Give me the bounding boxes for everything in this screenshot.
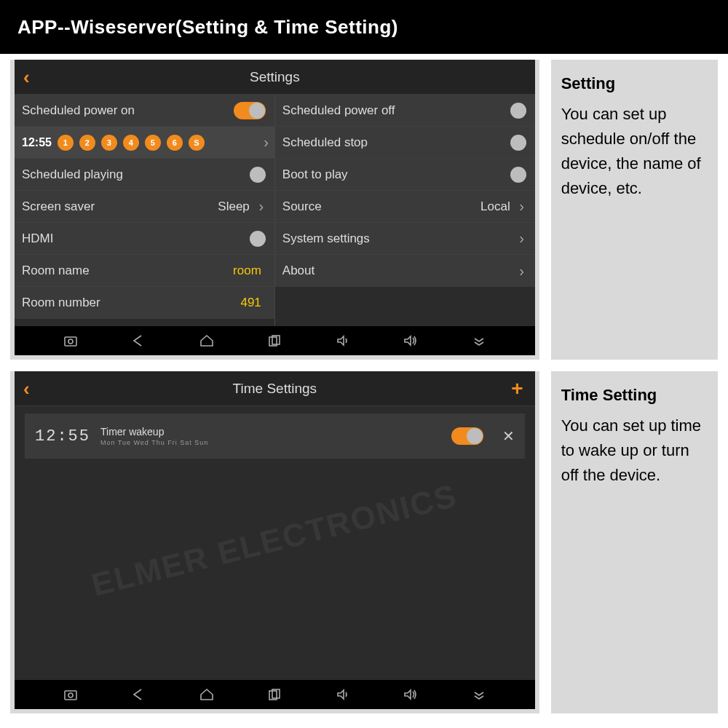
add-icon[interactable]: + — [511, 377, 523, 400]
collapse-icon[interactable] — [470, 332, 488, 349]
value-source: Local — [480, 199, 510, 214]
volume-down-icon[interactable] — [334, 332, 352, 349]
toggle-power-on[interactable] — [234, 102, 266, 119]
row-scheduled-playing[interactable]: Scheduled playing — [15, 159, 274, 191]
time-settings-title: Time Settings — [233, 381, 317, 397]
info-settings: Setting You can set up schedule on/off t… — [551, 60, 718, 360]
collapse-icon[interactable] — [470, 686, 488, 703]
label-source: Source — [282, 199, 480, 214]
home-icon[interactable] — [198, 332, 215, 349]
settings-header: ‹ Settings — [15, 60, 535, 95]
recents-icon[interactable] — [266, 686, 283, 703]
row-room-name[interactable]: Room name room — [15, 255, 274, 287]
day-badge: 4 — [123, 135, 139, 151]
toggle-timer[interactable] — [451, 427, 483, 445]
row-room-number[interactable]: Room number 491 — [15, 287, 274, 319]
timer-title: Timer wakeup — [100, 426, 208, 438]
row-scheduled-power-on[interactable]: Scheduled power on — [15, 95, 274, 127]
svg-point-1 — [68, 339, 73, 344]
row-scheduled-stop[interactable]: Scheduled stop — [275, 127, 535, 159]
back-nav-icon[interactable] — [130, 332, 147, 349]
timer-row[interactable]: 12:55 Timer wakeup Mon Tue Wed Thu Fri S… — [25, 414, 525, 459]
page-title: APP--Wiseserver(Setting & Time Setting) — [0, 0, 728, 54]
screenshot-icon[interactable] — [62, 686, 79, 703]
chevron-right-icon: › — [518, 230, 526, 247]
watermark: ELMER ELECTRONICS — [88, 477, 461, 603]
label-about: About — [282, 264, 515, 278]
day-badge: 1 — [58, 135, 74, 151]
day-badge: 2 — [79, 135, 95, 151]
value-room-number: 491 — [240, 296, 261, 310]
day-badge: 5 — [145, 135, 161, 151]
volume-up-icon[interactable] — [402, 686, 419, 703]
label-room-name: Room name — [22, 264, 233, 278]
radio-power-off[interactable] — [510, 103, 526, 119]
row-source[interactable]: Source Local › — [275, 191, 535, 223]
close-icon[interactable]: ✕ — [502, 427, 515, 445]
value-screen-saver: Sleep — [218, 199, 249, 214]
label-system: System settings — [282, 232, 515, 246]
label-stop: Scheduled stop — [282, 135, 510, 150]
row-screen-saver[interactable]: Screen saver Sleep › — [15, 191, 274, 223]
day-badge: 6 — [167, 135, 183, 151]
label-power-off: Scheduled power off — [282, 103, 510, 118]
back-nav-icon[interactable] — [130, 686, 147, 703]
label-hdmi: HDMI — [22, 232, 250, 246]
chevron-right-icon: › — [257, 198, 266, 215]
radio-hdmi[interactable] — [250, 231, 266, 247]
day-badge: S — [189, 135, 205, 151]
radio-playing[interactable] — [250, 167, 266, 183]
android-navbar — [15, 326, 535, 355]
row-system-settings[interactable]: System settings › — [275, 223, 535, 255]
timer-days: Mon Tue Wed Thu Fri Sat Sun — [100, 439, 208, 446]
label-room-number: Room number — [22, 296, 240, 310]
info-settings-body: You can set up schedule on/off the devic… — [561, 102, 708, 201]
screenshot-icon[interactable] — [62, 332, 79, 349]
info-time-settings: Time Setting You can set up time to wake… — [551, 371, 718, 713]
settings-left-column: Scheduled power on 12:55 1 2 3 4 5 6 S › — [15, 95, 274, 326]
schedule-time: 12:55 — [22, 136, 52, 149]
android-navbar — [15, 680, 535, 709]
settings-header-title: Settings — [250, 69, 300, 85]
info-time-title: Time Setting — [561, 383, 708, 408]
row-boot-to-play[interactable]: Boot to play — [275, 159, 535, 191]
svg-rect-0 — [65, 337, 76, 346]
svg-point-5 — [68, 693, 73, 697]
day-badge: 3 — [101, 135, 117, 151]
settings-screen: ‹ Settings Scheduled power on 12:55 1 2 … — [10, 60, 539, 360]
label-playing: Scheduled playing — [22, 167, 250, 182]
radio-boot[interactable] — [510, 167, 526, 183]
chevron-right-icon: › — [518, 263, 526, 280]
value-room-name: room — [233, 264, 261, 278]
row-about[interactable]: About › — [275, 255, 535, 287]
settings-right-column: Scheduled power off Scheduled stop Boot … — [274, 95, 535, 326]
home-icon[interactable] — [198, 686, 215, 703]
info-time-body: You can set up time to wake up or turn o… — [561, 414, 708, 488]
timer-clock: 12:55 — [35, 427, 90, 446]
time-settings-header: ‹ Time Settings + — [15, 371, 535, 406]
chevron-right-icon: › — [518, 198, 526, 215]
svg-rect-4 — [65, 691, 76, 700]
radio-stop[interactable] — [510, 135, 526, 151]
label-power-on: Scheduled power on — [22, 103, 234, 118]
row-scheduled-power-off[interactable]: Scheduled power off — [275, 95, 535, 127]
label-boot: Boot to play — [282, 167, 510, 182]
label-screen-saver: Screen saver — [22, 199, 218, 214]
info-settings-title: Setting — [561, 71, 708, 96]
volume-down-icon[interactable] — [334, 686, 352, 703]
chevron-right-icon: › — [264, 134, 269, 151]
recents-icon[interactable] — [266, 332, 283, 349]
row-hdmi[interactable]: HDMI — [15, 223, 274, 255]
back-icon[interactable]: ‹ — [23, 377, 30, 400]
volume-up-icon[interactable] — [402, 332, 419, 349]
time-settings-screen: ‹ Time Settings + 12:55 Timer wakeup Mon… — [10, 371, 539, 713]
row-schedule-days[interactable]: 12:55 1 2 3 4 5 6 S › — [15, 127, 274, 159]
back-icon[interactable]: ‹ — [23, 66, 30, 88]
